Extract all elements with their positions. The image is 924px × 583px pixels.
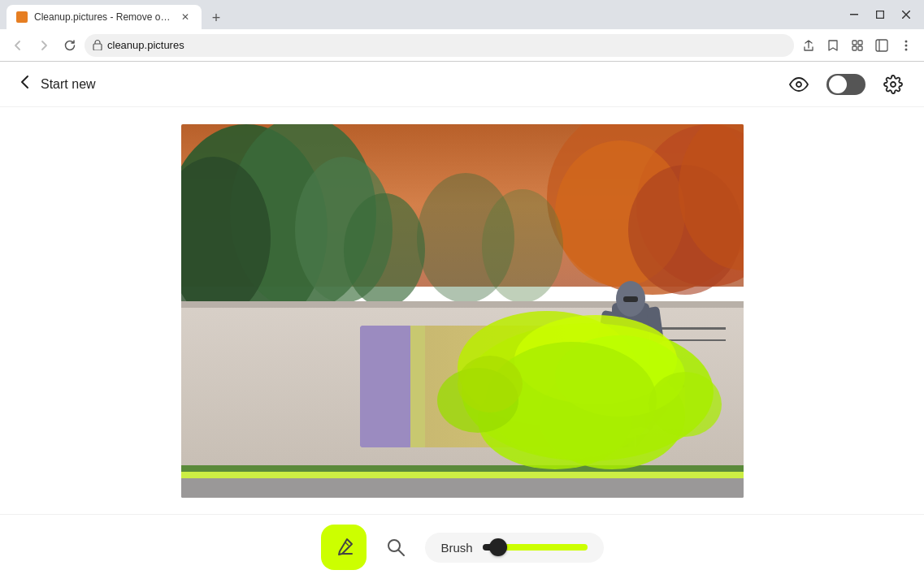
bookmark-button[interactable]: [822, 34, 844, 57]
back-nav-button[interactable]: [7, 34, 29, 57]
image-container: [181, 124, 744, 498]
slider-thumb[interactable]: [489, 538, 507, 556]
share-icon-button[interactable]: [797, 34, 820, 57]
maximize-button[interactable]: [869, 3, 891, 26]
sidebar-button[interactable]: [870, 34, 893, 57]
bottom-toolbar: Brush: [0, 514, 924, 583]
svg-rect-9: [876, 40, 887, 51]
svg-rect-7: [852, 46, 857, 50]
svg-point-21: [344, 193, 425, 307]
top-bar-right: [784, 70, 908, 99]
top-bar: Start new: [0, 62, 924, 107]
address-text: cleanup.pictures: [107, 39, 786, 51]
search-icon: [387, 538, 405, 556]
extensions-button[interactable]: [846, 34, 869, 57]
svg-rect-34: [181, 301, 744, 308]
svg-rect-0: [850, 14, 858, 15]
lock-icon: [93, 39, 102, 52]
forward-nav-button[interactable]: [33, 34, 55, 57]
brush-label: Brush: [441, 541, 473, 555]
start-new-label: Start new: [41, 77, 96, 92]
eye-button[interactable]: [784, 70, 813, 99]
svg-point-14: [796, 82, 801, 87]
svg-rect-6: [858, 41, 862, 45]
brush-size-slider[interactable]: [483, 544, 588, 551]
minimize-button[interactable]: [843, 3, 865, 26]
svg-point-11: [905, 40, 908, 42]
svg-rect-40: [360, 326, 410, 447]
menu-button[interactable]: [895, 34, 917, 57]
svg-rect-48: [623, 296, 638, 302]
tab-close-button[interactable]: ✕: [179, 11, 192, 24]
browser-tabs: Cleanup.pictures - Remove obje ✕ +: [7, 0, 228, 29]
svg-point-28: [482, 189, 563, 303]
brush-slider-container: Brush: [425, 533, 604, 563]
svg-point-60: [458, 356, 523, 412]
tab-favicon: [16, 11, 28, 23]
new-tab-button[interactable]: +: [205, 6, 228, 29]
browser-tab-active[interactable]: Cleanup.pictures - Remove obje ✕: [7, 5, 202, 29]
search-button[interactable]: [380, 531, 412, 564]
window-controls: [843, 3, 917, 26]
svg-point-12: [905, 44, 908, 46]
toolbar-actions: [797, 34, 917, 57]
svg-rect-41: [410, 326, 425, 447]
eraser-icon: [332, 536, 355, 559]
toggle-switch[interactable]: [826, 74, 865, 95]
tab-title: Cleanup.pictures - Remove obje: [34, 11, 172, 23]
canvas-area[interactable]: [0, 107, 924, 514]
svg-rect-32: [181, 472, 744, 478]
refresh-button[interactable]: [59, 34, 81, 57]
svg-point-59: [649, 372, 722, 437]
browser-chrome: Cleanup.pictures - Remove obje ✕ +: [0, 0, 924, 62]
svg-point-15: [891, 82, 896, 87]
brush-tool-button[interactable]: [321, 525, 367, 570]
address-bar[interactable]: cleanup.pictures: [85, 34, 794, 57]
svg-rect-8: [858, 46, 862, 50]
browser-toolbar: cleanup.pictures: [0, 29, 924, 62]
svg-rect-4: [93, 44, 102, 50]
settings-button[interactable]: [878, 70, 908, 99]
svg-rect-5: [852, 41, 857, 45]
svg-point-13: [905, 48, 908, 50]
back-arrow-icon: [16, 73, 34, 95]
start-new-button[interactable]: Start new: [16, 73, 96, 95]
svg-line-62: [398, 551, 404, 556]
photo-canvas: [181, 124, 744, 498]
svg-rect-1: [877, 11, 884, 19]
close-button[interactable]: [895, 3, 917, 26]
browser-titlebar: Cleanup.pictures - Remove obje ✕ +: [0, 0, 924, 29]
toggle-thumb: [829, 76, 847, 93]
page-content: Start new: [0, 62, 924, 583]
